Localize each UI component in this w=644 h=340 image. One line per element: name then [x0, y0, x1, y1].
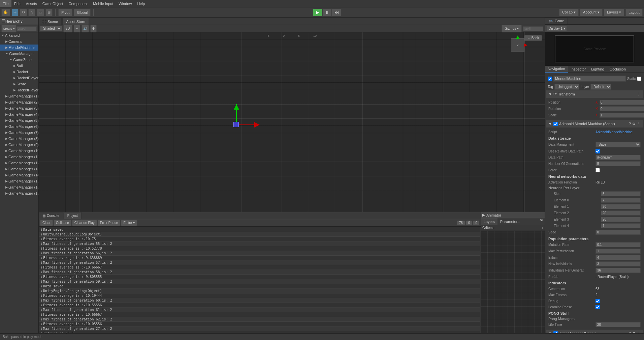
hierarchy-item[interactable]: ▶ GameManager (5)	[0, 117, 38, 123]
scale-x-input[interactable]	[600, 113, 644, 118]
size-input[interactable]	[601, 191, 641, 196]
lighting-tab[interactable]: Lighting	[588, 66, 607, 73]
menu-component[interactable]: Component	[66, 0, 90, 7]
hierarchy-item[interactable]: ▶ GameManager (17	[0, 190, 38, 196]
list-item[interactable]: ℹMax fitness of generation 27,is: 2	[39, 327, 480, 331]
global-btn[interactable]: Global	[74, 9, 91, 16]
rotate-tool-btn[interactable]: ↻	[20, 9, 27, 16]
hand-tool-btn[interactable]: ✋	[1, 9, 10, 16]
asset-store-tab[interactable]: Asset Store	[62, 18, 89, 25]
list-item[interactable]: ℹFitness average is :-10.66667	[39, 312, 480, 317]
debug-checkbox[interactable]	[595, 299, 600, 303]
move-tool-btn[interactable]: ✛	[11, 9, 19, 16]
element1-input[interactable]	[601, 204, 641, 209]
list-item[interactable]: ℹFitness average is :-9.638889	[39, 256, 480, 260]
force-checkbox[interactable]	[595, 168, 600, 172]
new-individuals-input[interactable]	[595, 261, 641, 266]
object-name-input[interactable]	[553, 76, 626, 82]
list-item[interactable]: ℹMax fitness of generation 62,is: 2	[39, 317, 480, 322]
list-item[interactable]: ℹFitness average is :-10.19444	[39, 293, 480, 298]
hierarchy-item[interactable]: ▼ GameZone	[0, 57, 38, 63]
hierarchy-item[interactable]: ▶ GameManager (11	[0, 154, 38, 160]
editor-btn[interactable]: Editor ▾	[121, 220, 137, 226]
rot-x-input[interactable]	[600, 106, 644, 111]
hierarchy-item[interactable]: ▶ GameManager (7)	[0, 130, 38, 136]
console-content[interactable]: ℹData savedℹUnityEngine.Debug:Log(Object…	[39, 227, 481, 340]
hierarchy-item[interactable]: ▶ GameManager (14	[0, 172, 38, 178]
menu-window[interactable]: Window	[116, 0, 134, 7]
learning-phase-checkbox[interactable]	[595, 305, 600, 309]
animator-add-btn[interactable]: +	[541, 226, 543, 230]
list-item[interactable]: ℹMax fitness of generation 60,is: 2	[39, 298, 480, 303]
gizmos-btn[interactable]: Gizmos ▾	[502, 25, 522, 32]
hierarchy-create-btn[interactable]: Create ▾	[1, 25, 17, 32]
menu-assets[interactable]: Assets	[23, 0, 40, 7]
mutation-input[interactable]	[595, 242, 641, 247]
individuals-gen-input[interactable]	[595, 268, 641, 273]
script-active-checkbox[interactable]	[553, 122, 558, 126]
arkanoid-script-header[interactable]: ▼ Arkanoid Mendel Machine (Script) ? ⚙ ⋮	[546, 120, 643, 128]
hierarchy-item[interactable]: ▶ Racket	[0, 69, 38, 75]
transform-menu-icon[interactable]: ⋮	[637, 92, 641, 96]
account-btn[interactable]: Account ▾	[580, 9, 603, 16]
scene-tab[interactable]: ⛶ Scene	[39, 18, 62, 25]
list-item[interactable]: ℹFitness average is :-10.52778	[39, 246, 480, 251]
hierarchy-item[interactable]: ▶ GameManager (4)	[0, 111, 38, 117]
script-menu-icon[interactable]: ⋮	[637, 122, 641, 126]
element2-input[interactable]	[601, 210, 641, 216]
list-item[interactable]: ℹFitness average is :-10.75	[39, 237, 480, 242]
project-tab[interactable]: Project	[64, 212, 82, 219]
list-item[interactable]: ℹFitness average is :-10.55556	[39, 303, 480, 308]
transform-header[interactable]: ▼ ⟳ Transform ⋮	[546, 90, 643, 98]
vfx-btn[interactable]: ⚙	[90, 25, 97, 32]
game-tab[interactable]: 🎮 Game	[545, 18, 568, 24]
script-settings-icon[interactable]: ⚙	[632, 122, 636, 126]
animator-params-tab[interactable]: Parameters	[497, 218, 522, 225]
max-perturbation-input[interactable]	[595, 249, 641, 254]
clear-btn[interactable]: Clear	[40, 220, 53, 226]
navigation-tab[interactable]: Navigation	[545, 66, 568, 73]
object-active-checkbox[interactable]	[548, 77, 552, 81]
shading-dropdown[interactable]: Shaded	[40, 26, 62, 31]
hierarchy-item[interactable]: ▶ GameManager (15	[0, 178, 38, 184]
display-dropdown[interactable]: Display 1 ▾	[547, 26, 567, 31]
layer-dropdown[interactable]: Default	[590, 84, 611, 90]
play-btn[interactable]: ▶	[313, 9, 322, 16]
hierarchy-item[interactable]: ▶ RacketPlayerSp	[0, 75, 38, 81]
list-item[interactable]: ℹData saved	[39, 284, 480, 289]
num-gen-input[interactable]	[595, 161, 641, 166]
animator-content[interactable]	[481, 231, 545, 340]
hierarchy-item[interactable]: ▼ GameManager	[0, 51, 38, 57]
audio-btn[interactable]: 🔊	[82, 25, 89, 32]
tag-dropdown[interactable]: Untagged	[554, 84, 579, 90]
scale-tool-btn[interactable]: ⤡	[28, 9, 35, 16]
scene-content[interactable]: ← Back -50510 Y	[39, 32, 545, 212]
step-btn[interactable]: ⏭	[332, 9, 341, 16]
hierarchy-item[interactable]: ▶ MendelMachine	[0, 45, 38, 51]
hierarchy-search-input[interactable]	[17, 26, 37, 31]
collab-btn[interactable]: Collab ▾	[559, 9, 579, 16]
clear-on-play-btn[interactable]: Clear on Play	[72, 220, 97, 226]
element0-input[interactable]	[601, 198, 641, 203]
console-tab[interactable]: ▤ Console	[39, 212, 63, 219]
list-item[interactable]: ℹMax fitness of generation 59,is: 2	[39, 279, 480, 284]
data-management-dropdown[interactable]: Save	[595, 142, 641, 147]
scene-search-input[interactable]	[523, 26, 543, 31]
collapse-btn[interactable]: Collapse	[54, 220, 71, 226]
hierarchy-item[interactable]: ▶ GameManager (12	[0, 160, 38, 166]
layout-btn[interactable]: Layout	[625, 9, 643, 16]
list-item[interactable]: ℹUnityEngine.Debug:Log(Object)	[39, 232, 480, 237]
hierarchy-item[interactable]: ▶ RacketPlayer(C	[0, 87, 38, 93]
pause-btn[interactable]: ⏸	[323, 9, 331, 16]
pivot-btn[interactable]: Pivot	[58, 9, 72, 16]
seed-input[interactable]	[595, 230, 641, 235]
static-checkbox[interactable]	[637, 77, 641, 81]
use-relative-checkbox[interactable]	[595, 149, 600, 153]
list-item[interactable]: ℹFitness average is :-9.805555	[39, 275, 480, 279]
list-item[interactable]: ℹFitness average is :-10.66667	[39, 265, 480, 270]
hierarchy-item[interactable]: ▶ GameManager (13	[0, 166, 38, 172]
list-item[interactable]: ℹData saved	[39, 227, 480, 232]
list-item[interactable]: ℹFitness average is :-10.05556	[39, 322, 480, 327]
layers-btn[interactable]: Layers ▾	[604, 9, 624, 16]
list-item[interactable]: ℹMax fitness of generation 58,is: 2	[39, 270, 480, 275]
